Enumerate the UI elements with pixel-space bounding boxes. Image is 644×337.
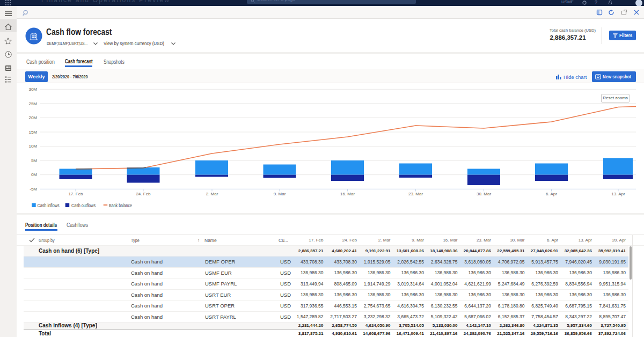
svg-text:25M: 25M: [28, 101, 37, 106]
svg-text:5M: 5M: [31, 158, 37, 163]
svg-text:13. Apr: 13. Apr: [611, 192, 625, 196]
svg-text:2. Mar: 2. Mar: [206, 192, 218, 196]
svg-text:6. Apr: 6. Apr: [546, 192, 557, 196]
svg-text:Cash inflows: Cash inflows: [38, 203, 60, 208]
svg-text:17. Feb: 17. Feb: [68, 192, 83, 196]
svg-text:0M: 0M: [31, 172, 37, 177]
svg-text:23. Mar: 23. Mar: [408, 192, 423, 196]
svg-text:30. Mar: 30. Mar: [477, 192, 491, 196]
svg-text:24. Feb: 24. Feb: [136, 192, 151, 196]
svg-text:15M: 15M: [28, 130, 37, 135]
svg-text:Cash outflows: Cash outflows: [71, 203, 96, 208]
svg-text:9. Mar: 9. Mar: [274, 192, 286, 196]
svg-text:16. Mar: 16. Mar: [340, 192, 355, 196]
svg-text:20M: 20M: [28, 115, 37, 120]
svg-text:30M: 30M: [28, 87, 37, 92]
svg-text:10M: 10M: [28, 144, 37, 149]
svg-text:-5M: -5M: [30, 187, 37, 192]
svg-text:Bank balance: Bank balance: [109, 203, 132, 208]
